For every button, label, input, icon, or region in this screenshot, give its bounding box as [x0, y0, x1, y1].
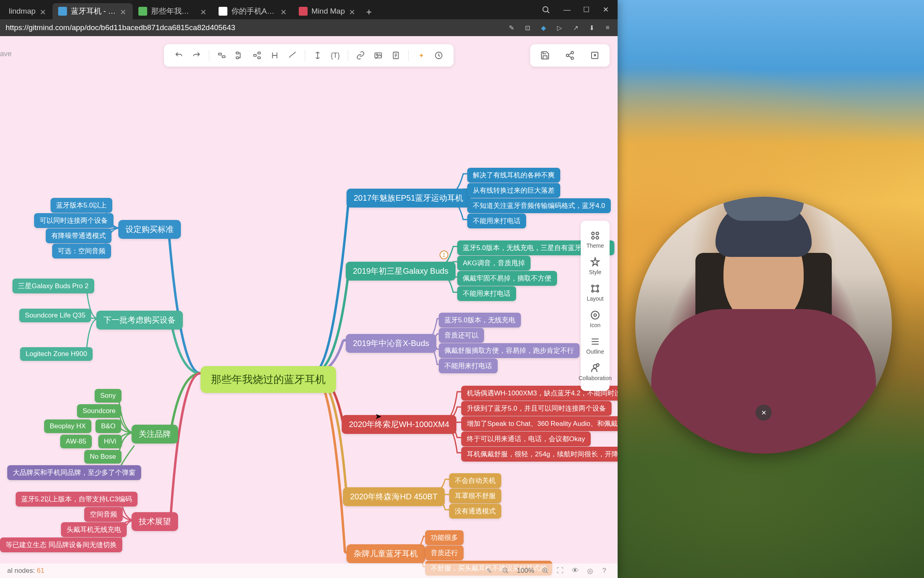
- node-l1-3[interactable]: 可选：空间音频: [52, 244, 111, 258]
- node-l3-4[interactable]: HiVi: [98, 435, 122, 448]
- node-r6[interactable]: 杂牌儿童蓝牙耳机: [346, 544, 425, 563]
- node-r4-3[interactable]: 终于可以用来通话，电话，会议都Okay: [461, 431, 591, 446]
- ai-button[interactable]: ✦: [413, 48, 429, 63]
- add-sibling-button[interactable]: [214, 48, 229, 63]
- webcam-close-button[interactable]: ✕: [756, 405, 772, 421]
- node-r1-0[interactable]: 解决了有线耳机的各种不爽: [467, 168, 560, 183]
- node-r4-4[interactable]: 耳机佩戴舒服，很轻，254g，续航时间很长，开降噪30小时: [461, 447, 618, 462]
- view-button[interactable]: 👁: [572, 567, 580, 575]
- node-l4-1[interactable]: 空间音频: [84, 507, 123, 522]
- minimize-button[interactable]: —: [558, 2, 576, 17]
- mindmap-app[interactable]: ave {T} ✦ Theme: [0, 36, 618, 578]
- redo-button[interactable]: [189, 48, 204, 63]
- node-l3[interactable]: 关注品牌: [132, 425, 178, 444]
- node-r1-2[interactable]: 不知道关注蓝牙音频传输编码格式，蓝牙4.0: [467, 198, 611, 213]
- close-icon[interactable]: ✕: [120, 8, 127, 15]
- node-l3-0[interactable]: Sony: [95, 389, 122, 403]
- node-l3-3[interactable]: Beoplay HX: [44, 419, 91, 433]
- node-l2-2[interactable]: Logitech Zone H900: [20, 347, 93, 361]
- node-l3-5[interactable]: AW-85: [60, 435, 92, 448]
- tab-1[interactable]: 蓝牙耳机 - GitMind✕: [53, 3, 133, 19]
- node-l3-note[interactable]: 大品牌买和手机同品牌，至少多了个弹窗: [7, 465, 141, 480]
- relation-button[interactable]: [285, 48, 300, 63]
- url[interactable]: https://gitmind.com/app/doc/b6d11bacedb8…: [6, 23, 507, 32]
- outline-tool[interactable]: Outline: [581, 332, 610, 359]
- pointer-icon[interactable]: ✎: [486, 567, 494, 575]
- shield-icon[interactable]: ◆: [539, 23, 548, 32]
- node-l3-6[interactable]: No Bose: [84, 450, 122, 464]
- add-summary-button[interactable]: [267, 48, 282, 63]
- image-button[interactable]: [371, 48, 386, 63]
- node-r4[interactable]: 2020年终索尼WH-1000XM4: [342, 415, 456, 434]
- center-button[interactable]: ◎: [587, 567, 595, 575]
- node-r5-2[interactable]: 没有通透模式: [449, 504, 501, 519]
- node-r1[interactable]: 2017年魅族EP51蓝牙运动耳机: [346, 189, 470, 208]
- node-l2-1[interactable]: Soundcore Life Q35: [19, 309, 91, 322]
- node-l4-0[interactable]: 蓝牙5.2以上版本，自带支持LC3编码: [16, 492, 138, 507]
- node-r2-3[interactable]: 不能用来打电话: [457, 286, 516, 301]
- node-r5[interactable]: 2020年终森海HD 450BT: [343, 487, 445, 506]
- node-r6-0[interactable]: 功能很多: [425, 530, 464, 545]
- node-r5-1[interactable]: 耳罩很不舒服: [449, 488, 501, 503]
- close-icon[interactable]: ✕: [40, 8, 47, 15]
- play-icon[interactable]: ▷: [555, 23, 564, 32]
- node-l3-2[interactable]: B&O: [95, 419, 121, 433]
- tab-0[interactable]: lindmap✕: [3, 3, 53, 19]
- close-icon[interactable]: ✕: [280, 8, 288, 15]
- menu-icon[interactable]: ≡: [603, 23, 612, 32]
- node-l1-2[interactable]: 有降噪带通透模式: [46, 228, 111, 243]
- share-icon[interactable]: ↗: [571, 23, 580, 32]
- node-l1-1[interactable]: 可以同时连接两个设备: [34, 213, 113, 228]
- close-icon[interactable]: ✕: [200, 8, 207, 15]
- icon-tool[interactable]: Icon: [581, 306, 610, 332]
- refresh-button[interactable]: [431, 48, 446, 63]
- node-r3-2[interactable]: 佩戴舒服摘取方便，容易掉，跑步肯定不行: [439, 343, 580, 358]
- zoom-out-button[interactable]: [502, 567, 510, 575]
- close-icon[interactable]: ✕: [349, 8, 356, 15]
- style-tool[interactable]: Style: [581, 253, 610, 279]
- tab-4[interactable]: Mind Map✕: [293, 3, 362, 19]
- fit-button[interactable]: ⛶: [557, 567, 565, 575]
- share-button[interactable]: [562, 48, 578, 63]
- maximize-button[interactable]: ☐: [578, 2, 595, 17]
- node-l3-1[interactable]: Soundcore: [77, 404, 121, 418]
- theme-tool[interactable]: Theme: [581, 226, 610, 253]
- export-button[interactable]: [587, 48, 602, 63]
- root-node[interactable]: 那些年我烧过的蓝牙耳机: [201, 366, 336, 393]
- save-button[interactable]: [537, 48, 553, 63]
- node-r2-1[interactable]: AKG调音，音质甩掉: [457, 256, 531, 271]
- search-icon[interactable]: [541, 5, 550, 14]
- new-tab-button[interactable]: +: [362, 5, 376, 19]
- node-r1-1[interactable]: 从有线转换过来的巨大落差: [467, 183, 560, 198]
- node-r4-1[interactable]: 升级到了蓝牙5.0，并且可以同时连接两个设备: [461, 401, 612, 416]
- node-l2[interactable]: 下一批考虑购买设备: [96, 311, 183, 330]
- node-r3-0[interactable]: 蓝牙5.0版本，无线充电: [439, 313, 521, 328]
- format-button[interactable]: [310, 48, 325, 63]
- mindmap-canvas[interactable]: 那些年我烧过的蓝牙耳机 2017年魅族EP51蓝牙运动耳机 解决了有线耳机的各种…: [0, 36, 618, 578]
- node-l2-0[interactable]: 三星Galaxy Buds Pro 2: [12, 279, 94, 293]
- node-r2[interactable]: 2019年初三星Galaxy Buds: [346, 262, 456, 281]
- node-r1-3[interactable]: 不能用来打电话: [467, 214, 526, 228]
- node-l4-3[interactable]: 等已建立生态 同品牌设备间无缝切换: [0, 537, 122, 552]
- undo-button[interactable]: [171, 48, 186, 63]
- help-button[interactable]: ?: [602, 567, 610, 575]
- download-icon[interactable]: ⬇: [587, 23, 596, 32]
- address-bar[interactable]: https://gitmind.com/app/doc/b6d11bacedb8…: [0, 19, 618, 36]
- note-button[interactable]: [388, 48, 403, 63]
- close-button[interactable]: ✕: [597, 2, 614, 17]
- node-r5-0[interactable]: 不会自动关机: [449, 473, 501, 488]
- tab-2[interactable]: 那些年我买过的便携音箱✕: [133, 3, 213, 19]
- node-r2-2[interactable]: 佩戴牢固不易掉，摘取不方便: [457, 271, 557, 286]
- text-button[interactable]: {T}: [328, 48, 343, 63]
- layout-tool[interactable]: Layout: [581, 279, 610, 306]
- node-l4-2[interactable]: 头戴耳机无线充电: [61, 522, 127, 537]
- node-r3-3[interactable]: 不能用来打电话: [439, 358, 498, 373]
- link-button[interactable]: [353, 48, 368, 63]
- node-r4-2[interactable]: 增加了Speak to Chat、360 Reality Audio、和佩戴传感…: [461, 416, 618, 431]
- node-r3[interactable]: 2019年中沁音X-Buds: [346, 334, 436, 353]
- tab-3[interactable]: 你的手机APP，让你的Win✕: [213, 3, 293, 19]
- reader-icon[interactable]: ⊡: [523, 23, 532, 32]
- zoom-in-button[interactable]: [541, 567, 549, 575]
- add-parent-button[interactable]: [249, 48, 265, 63]
- edit-icon[interactable]: ✎: [507, 23, 516, 32]
